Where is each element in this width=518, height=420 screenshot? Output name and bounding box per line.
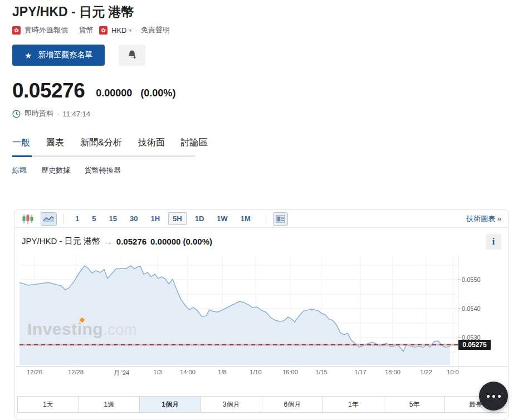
x-axis-label: 18:00	[385, 369, 400, 375]
period-6m[interactable]: 6個月	[262, 397, 324, 412]
candlestick-chart-button[interactable]	[22, 213, 34, 224]
timeframe-30[interactable]: 30	[125, 212, 142, 225]
y-axis-line	[458, 255, 458, 370]
x-axis-label: 月 '24	[114, 369, 129, 377]
instrument-meta-row: 實時外匯報價 貨幣 HKD ▾ · 免責聲明	[12, 25, 518, 35]
bell-plus-icon	[126, 49, 138, 62]
timeframe-1h[interactable]: 1H	[146, 212, 164, 225]
page-title: JPY/HKD - 日元 港幣	[12, 3, 518, 20]
timeframe-1m[interactable]: 1M	[236, 212, 255, 225]
add-to-watchlist-button[interactable]: ★ 新增至觀察名單	[12, 45, 105, 66]
realtime-label: 即時資料	[25, 109, 53, 119]
dot-icon	[498, 395, 501, 398]
candlestick-icon	[22, 213, 34, 224]
quote-type-label: 實時外匯報價	[25, 25, 68, 35]
add-to-watchlist-label: 新增至觀察名單	[38, 50, 92, 60]
toolbar-divider	[63, 214, 64, 224]
chart-area-fill	[19, 266, 450, 365]
disclaimer-link[interactable]: 免責聲明	[141, 25, 170, 35]
tab-discussions[interactable]: 討論區	[181, 137, 208, 155]
line-chart-button[interactable]	[41, 212, 57, 226]
period-1m[interactable]: 1個月	[140, 397, 201, 412]
timeframe-1d[interactable]: 1D	[190, 212, 209, 225]
period-1d[interactable]: 1天	[18, 397, 79, 412]
main-tabs: 一般圖表新聞&分析技術面討論區	[12, 137, 518, 155]
watermark-suffix: .com	[103, 321, 137, 338]
change-value: 0.00000	[96, 87, 132, 99]
chart-symbol: JPY/HKD - 日元 港幣	[22, 236, 100, 247]
period-selector: 1天1週1個月3個月6個月1年5年最長	[17, 396, 506, 413]
news-panel-button[interactable]	[273, 212, 288, 226]
line-chart-icon	[43, 215, 55, 223]
dot-icon	[492, 395, 495, 398]
current-price-tag: 0.05275	[458, 340, 491, 350]
price-change: 0.00000 (0.00%)	[96, 87, 175, 101]
subtab-overview[interactable]: 綜觀	[12, 165, 27, 175]
x-axis-label: 1/15	[315, 369, 327, 375]
chart-change: 0.00000 (0.00%)	[150, 237, 212, 246]
change-percent: (0.00%)	[140, 87, 175, 99]
more-options-fab[interactable]	[479, 382, 508, 411]
period-3m[interactable]: 3個月	[201, 397, 262, 412]
x-axis-label: 12/28	[68, 369, 84, 375]
investing-watermark: Investing.com	[27, 320, 137, 339]
news-panel-icon	[276, 215, 285, 223]
y-axis-tick	[458, 338, 461, 338]
quote-time: 11:47:14	[62, 110, 90, 118]
last-price: 0.05276	[12, 80, 85, 101]
chart-widget: 1515301H5H1D1W1M 技術圖表 » JPY/HKD - 日元 港幣 …	[14, 209, 509, 419]
realtime-row: 即時資料 · 11:47:14	[12, 109, 518, 119]
chevron-down-icon: ▾	[129, 27, 131, 33]
area-chart	[19, 255, 458, 366]
period-1w[interactable]: 1週	[79, 397, 140, 412]
period-1y[interactable]: 1年	[323, 397, 384, 412]
tab-general[interactable]: 一般	[12, 137, 30, 155]
x-axis-label: 10:0	[447, 369, 458, 375]
watermark-text: Investing	[27, 320, 103, 338]
x-axis-label: 1/3	[153, 369, 162, 375]
dot-separator: ·	[57, 110, 59, 118]
tab-technical[interactable]: 技術面	[138, 137, 165, 155]
star-icon: ★	[25, 51, 32, 60]
chart-price: 0.05276	[116, 237, 146, 246]
y-axis-tick	[458, 280, 461, 280]
arrow-right-icon: →	[104, 237, 113, 246]
timeframe-1[interactable]: 1	[71, 212, 84, 225]
x-axis-line	[16, 366, 507, 367]
y-axis-tick	[458, 309, 461, 309]
subtab-historical-data[interactable]: 歷史數據	[41, 165, 70, 175]
chart-title-row: JPY/HKD - 日元 港幣 → 0.05276 0.00000 (0.00%…	[15, 228, 508, 255]
tabs-track	[12, 155, 195, 157]
x-axis-label: 16:00	[282, 369, 298, 375]
tab-charts[interactable]: 圖表	[46, 137, 64, 155]
technical-chart-link[interactable]: 技術圖表 »	[466, 214, 501, 224]
timeframe-15[interactable]: 15	[104, 212, 121, 225]
tab-news-analysis[interactable]: 新聞&分析	[80, 137, 122, 155]
dot-separator: ·	[135, 26, 137, 35]
y-axis-label: 0.0540	[462, 305, 481, 312]
x-axis-label: 1/10	[250, 369, 261, 375]
price-chart-plot[interactable]: Investing.com	[19, 255, 458, 366]
dot-icon	[487, 395, 490, 398]
toolbar-divider	[266, 214, 266, 224]
timeframe-5h[interactable]: 5H	[168, 212, 187, 225]
price-row: 0.05276 0.00000 (0.00%)	[12, 80, 518, 101]
info-button[interactable]: i	[486, 234, 501, 250]
currency-dropdown[interactable]: HKD ▾	[111, 26, 131, 35]
currency-value: HKD	[111, 26, 126, 35]
hk-flag-icon	[99, 26, 107, 35]
x-axis-label: 14:00	[180, 369, 196, 375]
create-alert-button[interactable]	[119, 45, 145, 66]
actions-row: ★ 新增至觀察名單	[12, 45, 518, 66]
x-axis-label: 12/26	[27, 369, 42, 375]
instrument-header: JPY/HKD - 日元 港幣 實時外匯報價 貨幣 HKD ▾ · 免責聲明 ★…	[0, 0, 518, 175]
clock-icon	[12, 110, 21, 118]
timeframe-5[interactable]: 5	[87, 212, 100, 225]
timeframe-1w[interactable]: 1W	[212, 212, 232, 225]
y-axis-label: 0.0550	[462, 276, 481, 283]
chart-toolbar: 1515301H5H1D1W1M 技術圖表 »	[15, 210, 508, 228]
x-axis-label: 1/22	[420, 369, 432, 375]
subtab-currency-converter[interactable]: 貨幣轉換器	[85, 165, 121, 175]
sub-tabs: 綜觀歷史數據貨幣轉換器	[12, 165, 518, 175]
period-5y[interactable]: 5年	[384, 397, 446, 412]
